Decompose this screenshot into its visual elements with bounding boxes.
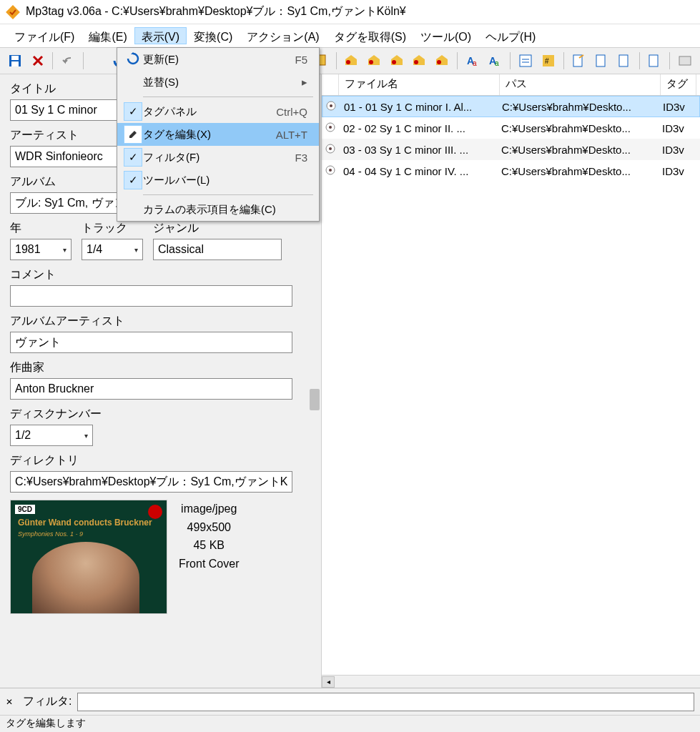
year-label: 年 xyxy=(10,221,72,236)
audio-icon xyxy=(322,143,339,157)
file-tag: ID3v xyxy=(658,121,694,136)
file-path: C:¥Users¥brahm¥Deskto... xyxy=(497,121,658,136)
tag-icon-3[interactable] xyxy=(386,51,408,71)
statusbar: タグを編集します xyxy=(0,715,700,732)
dropdown-item[interactable]: タグを編集(X)ALT+T xyxy=(117,123,319,146)
doc1-icon[interactable] xyxy=(568,51,590,71)
menu-tools[interactable]: ツール(O) xyxy=(413,27,478,44)
svg-rect-0 xyxy=(6,5,20,19)
action-a-icon[interactable]: Aa xyxy=(462,51,483,71)
cover-dimensions: 499x500 xyxy=(179,518,239,537)
edit-icon[interactable] xyxy=(515,51,536,71)
col-path[interactable]: パス xyxy=(500,74,661,95)
check-icon: ✓ xyxy=(124,148,142,167)
composer-input[interactable] xyxy=(10,378,292,400)
directory-input[interactable] xyxy=(10,471,292,493)
svg-rect-2 xyxy=(11,56,19,60)
svg-point-5 xyxy=(346,60,350,64)
audio-icon xyxy=(322,100,340,114)
toolbar: Aa Aa # xyxy=(0,47,700,74)
menu-edit[interactable]: 編集(E) xyxy=(82,27,134,44)
horizontal-scrollbar[interactable]: ◂ xyxy=(322,675,700,688)
file-path: C:¥Users¥brahm¥Deskto... xyxy=(498,99,659,114)
genre-input[interactable] xyxy=(153,239,282,260)
menu-convert[interactable]: 変換(C) xyxy=(187,27,240,44)
tag-icon-2[interactable] xyxy=(363,51,385,71)
composer-label: 作曲家 xyxy=(10,360,311,375)
svg-point-6 xyxy=(369,60,373,64)
vertical-scrollbar[interactable] xyxy=(310,389,320,410)
delete-icon[interactable] xyxy=(27,51,49,71)
dropdown-item[interactable]: 更新(E)F5 xyxy=(117,48,319,71)
dropdown-item[interactable]: ✓ツールバー(L) xyxy=(117,169,319,192)
directory-label: ディレクトリ xyxy=(10,453,311,468)
main-area: タイトル アーティスト アルバム 年 1981▾ トラック 1/4▾ ジャンル xyxy=(0,74,700,688)
dropdown-item[interactable]: ✓フィルタ(F)F3 xyxy=(117,146,319,169)
number-icon[interactable]: # xyxy=(538,51,559,71)
menu-help[interactable]: ヘルプ(H) xyxy=(478,27,543,44)
dropdown-item[interactable]: ✓タグパネルCtrl+Q xyxy=(117,100,319,123)
cover-type: Front Cover xyxy=(179,555,239,573)
cover-portrait xyxy=(32,542,139,613)
file-tag: ID3v xyxy=(658,164,694,179)
action-a2-icon[interactable]: Aa xyxy=(485,51,506,71)
tag-icon-1[interactable] xyxy=(341,51,363,71)
chevron-down-icon: ▾ xyxy=(84,432,88,440)
cover-info: image/jpeg 499x500 45 KB Front Cover xyxy=(179,500,239,614)
disc-combo[interactable]: 1/2▾ xyxy=(10,425,93,446)
chevron-down-icon: ▾ xyxy=(134,246,138,254)
svg-text:a: a xyxy=(495,59,499,67)
playlist-icon[interactable] xyxy=(674,51,696,71)
filter-label: フィルタ: xyxy=(23,694,72,709)
svg-rect-19 xyxy=(619,55,628,66)
dropdown-item[interactable]: 並替(S)▸ xyxy=(117,71,319,94)
comment-input[interactable] xyxy=(10,285,292,307)
svg-rect-20 xyxy=(649,55,658,66)
close-icon[interactable]: ✕ xyxy=(6,697,17,707)
refresh-icon xyxy=(123,52,143,67)
doc2-icon[interactable] xyxy=(591,51,612,71)
file-name: 03 - 03 Sy 1 C minor III. ... xyxy=(339,142,497,157)
genre-label: ジャンル xyxy=(153,221,282,236)
cover-badge: 9CD xyxy=(15,505,35,514)
svg-text:a: a xyxy=(473,59,477,67)
file-row[interactable]: 04 - 04 Sy 1 C minor IV. ... C:¥Users¥br… xyxy=(322,160,700,182)
check-icon: ✓ xyxy=(124,171,142,189)
audio-icon xyxy=(322,122,339,135)
svg-point-9 xyxy=(437,60,441,64)
file-row[interactable]: 01 - 01 Sy 1 C minor I. Al... C:¥Users¥b… xyxy=(322,96,700,117)
year-combo[interactable]: 1981▾ xyxy=(10,239,72,260)
filter-input[interactable] xyxy=(77,693,694,711)
svg-point-27 xyxy=(329,147,332,150)
albumartist-label: アルバムアーティスト xyxy=(10,314,311,329)
menu-view[interactable]: 表示(V) xyxy=(134,27,187,44)
file-row[interactable]: 02 - 02 Sy 1 C minor II. ... C:¥Users¥br… xyxy=(322,117,700,139)
menu-tagsource[interactable]: タグを取得(S) xyxy=(327,27,413,44)
file-row[interactable]: 03 - 03 Sy 1 C minor III. ... C:¥Users¥b… xyxy=(322,139,700,160)
chevron-right-icon: ▸ xyxy=(302,76,313,89)
file-list: 01 - 01 Sy 1 C minor I. Al... C:¥Users¥b… xyxy=(322,96,700,675)
col-filename[interactable]: ファイル名 xyxy=(339,74,500,95)
svg-point-25 xyxy=(329,126,332,129)
undo-icon[interactable] xyxy=(57,51,79,71)
cover-image[interactable]: 9CD Günter Wand conducts Bruckner Sympho… xyxy=(10,500,167,614)
tag-icon-5[interactable] xyxy=(431,51,453,71)
menu-file[interactable]: ファイル(F) xyxy=(7,27,82,44)
track-combo[interactable]: 1/4▾ xyxy=(82,239,143,260)
filter-bar: ✕ フィルタ: xyxy=(0,688,700,715)
app-icon xyxy=(6,5,20,19)
file-name: 04 - 04 Sy 1 C minor IV. ... xyxy=(339,164,497,179)
scroll-left-icon[interactable]: ◂ xyxy=(322,676,335,688)
menu-action[interactable]: アクション(A) xyxy=(240,27,326,44)
file-tag: ID3v xyxy=(658,142,694,157)
dropdown-item[interactable]: カラムの表示項目を編集(C) xyxy=(117,198,319,221)
cover-mime: image/jpeg xyxy=(179,500,239,518)
comment-label: コメント xyxy=(10,267,311,282)
doc4-icon[interactable] xyxy=(644,51,666,71)
track-label: トラック xyxy=(82,221,143,236)
tag-icon-4[interactable] xyxy=(409,51,430,71)
doc3-icon[interactable] xyxy=(613,51,635,71)
save-icon[interactable] xyxy=(4,51,26,71)
col-tag[interactable]: タグ xyxy=(661,74,696,95)
albumartist-input[interactable] xyxy=(10,332,292,353)
